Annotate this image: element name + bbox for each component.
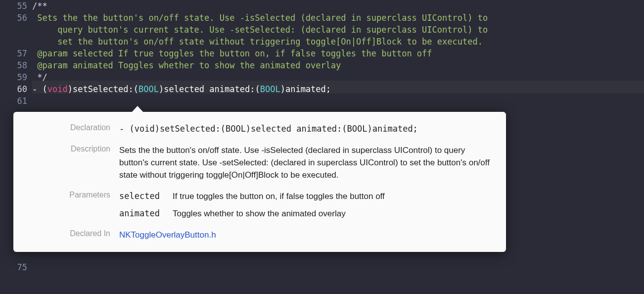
doc-comment: query button's current state. Use -setSe… — [32, 25, 493, 35]
token: ( — [255, 84, 260, 94]
type-bool: BOOL — [138, 84, 159, 94]
parameter-item: animated Toggles whether to show the ani… — [119, 207, 493, 220]
parameter-name[interactable]: animated — [119, 207, 173, 220]
code-line[interactable]: set the button's on/off state without tr… — [32, 36, 644, 48]
quick-help-popover[interactable]: Declaration - (void)setSelected:(BOOL)se… — [13, 112, 506, 252]
method-name: animated: — [209, 84, 255, 94]
token: ( — [134, 84, 138, 94]
doc-comment: /** — [32, 1, 47, 11]
keyword-void: void — [47, 84, 68, 94]
popover-arrow — [131, 106, 144, 113]
line-number[interactable]: 55 — [0, 0, 32, 12]
parameter-desc[interactable]: Toggles whether to show the animated ove… — [173, 207, 346, 220]
line-number[interactable]: 75 — [0, 261, 32, 273]
parameters-label: Parameters — [24, 190, 119, 199]
method-name: setSelected: — [73, 84, 134, 94]
parameters-value: selected If true toggles the button on, … — [119, 190, 493, 220]
line-number[interactable]: 61 — [0, 95, 32, 107]
parameter-name[interactable]: selected — [119, 190, 173, 202]
code-line[interactable]: query button's current state. Use -setSe… — [32, 24, 644, 36]
doc-comment: set the button's on/off state without tr… — [32, 37, 483, 47]
declared-in-label: Declared In — [24, 229, 119, 238]
token: ) — [159, 84, 164, 94]
description-row: Description Sets the the button's on/off… — [24, 144, 493, 181]
arg-name: animated; — [285, 84, 331, 94]
declared-in-link[interactable]: NKToggleOverlayButton.h — [119, 230, 216, 240]
code-line-current[interactable]: - (void)setSelected:(BOOL)selected anima… — [32, 83, 644, 95]
doc-comment: */ — [32, 72, 47, 82]
line-number-current[interactable]: 60 — [0, 83, 32, 95]
declaration-row: Declaration - (void)setSelected:(BOOL)se… — [24, 123, 493, 135]
description-label: Description — [24, 144, 119, 153]
wrapped-line-spacer — [0, 24, 32, 48]
token: - — [32, 84, 42, 94]
token: ) — [280, 84, 285, 94]
editor: 55 56 57 58 59 60 61 75 /** Sets the the… — [0, 0, 644, 294]
description-value[interactable]: Sets the the button's on/off state. Use … — [119, 144, 493, 181]
line-number[interactable]: 58 — [0, 59, 32, 71]
doc-comment: @param selected If true toggles the butt… — [32, 49, 432, 58]
doc-comment: @param animated Toggles whether to show … — [32, 60, 341, 70]
code-line[interactable]: /** — [32, 0, 644, 12]
declaration-value[interactable]: - (void)setSelected:(BOOL)selected anima… — [119, 123, 493, 135]
doc-comment: Sets the the button's on/off state. Use … — [32, 13, 493, 23]
token: ( — [42, 84, 47, 94]
arg-name: selected — [164, 84, 209, 94]
code-line[interactable]: @param animated Toggles whether to show … — [32, 59, 644, 71]
code-area[interactable]: /** Sets the the button's on/off state. … — [32, 0, 644, 95]
parameter-desc[interactable]: If true toggles the button on, if false … — [173, 190, 385, 202]
code-line[interactable]: */ — [32, 71, 644, 83]
line-number[interactable]: 56 — [0, 12, 32, 24]
declaration-label: Declaration — [24, 123, 119, 132]
line-number[interactable]: 59 — [0, 71, 32, 83]
line-number[interactable]: 57 — [0, 48, 32, 59]
token: ) — [68, 84, 73, 94]
code-line[interactable]: @param selected If true toggles the butt… — [32, 48, 644, 59]
type-bool: BOOL — [260, 84, 280, 94]
code-line[interactable]: Sets the the button's on/off state. Use … — [32, 12, 644, 24]
parameters-row: Parameters selected If true toggles the … — [24, 190, 493, 220]
parameter-item: selected If true toggles the button on, … — [119, 190, 493, 202]
declared-in-row: Declared In NKToggleOverlayButton.h — [24, 229, 493, 241]
